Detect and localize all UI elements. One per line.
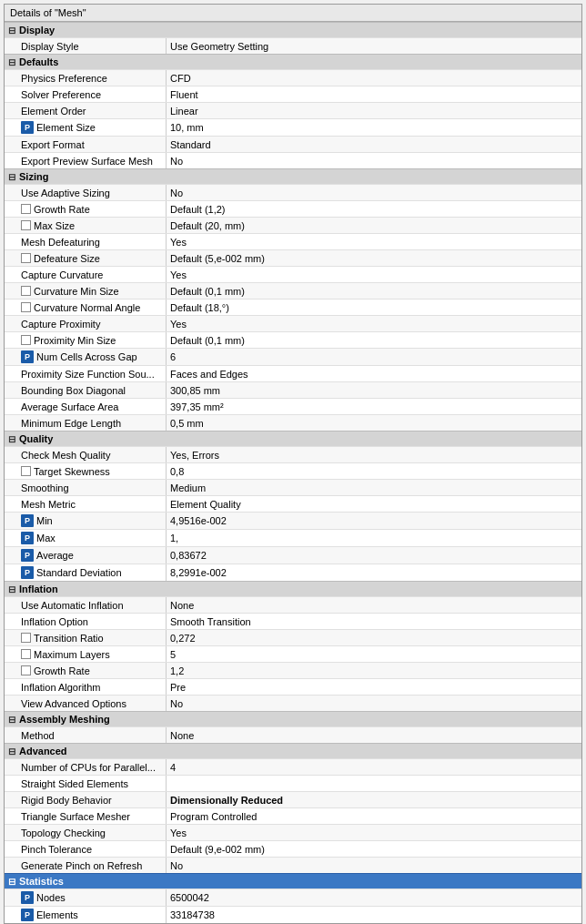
label-pinch-tolerance: Pinch Tolerance [5, 841, 167, 857]
label-topology-checking: Topology Checking [5, 825, 167, 840]
value-min-edge-length: 0,5 mm [167, 415, 581, 431]
value-growth-rate-sizing: Default (1,2) [167, 201, 581, 217]
collapse-advanced-icon[interactable]: ⊟ [8, 746, 15, 756]
row-element-size: P Element Size 10, mm [5, 118, 581, 136]
label-mesh-defeaturing: Mesh Defeaturing [5, 234, 167, 249]
row-display-style: Display Style Use Geometry Setting [5, 37, 581, 54]
label-element-order: Element Order [5, 103, 167, 118]
label-proximity-size-fn: Proximity Size Function Sou... [5, 366, 167, 381]
label-curvature-normal: Curvature Normal Angle [5, 300, 167, 315]
value-max: 1, [167, 530, 581, 546]
value-capture-proximity: Yes [167, 316, 581, 331]
row-mesh-metric: Mesh Metric Element Quality [5, 495, 581, 512]
label-element-size: P Element Size [5, 119, 167, 136]
window-title: Details of "Mesh" [5, 5, 581, 22]
value-min: 4,9516e-002 [167, 513, 581, 529]
collapse-inflation-icon[interactable]: ⊟ [8, 584, 15, 594]
collapse-sizing-icon[interactable]: ⊟ [8, 172, 15, 182]
section-inflation[interactable]: ⊟ Inflation [5, 581, 581, 596]
label-defeature-size: Defeature Size [5, 250, 167, 266]
section-assembly-meshing[interactable]: ⊟ Assembly Meshing [5, 711, 581, 726]
row-view-advanced: View Advanced Options No [5, 695, 581, 711]
row-rigid-body: Rigid Body Behavior Dimensionally Reduce… [5, 791, 581, 807]
label-physics-pref: Physics Preference [5, 70, 167, 86]
row-topology-checking: Topology Checking Yes [5, 824, 581, 840]
section-assembly-label: Assembly Meshing [19, 714, 110, 725]
value-rigid-body: Dimensionally Reduced [167, 792, 581, 807]
collapse-assembly-icon[interactable]: ⊟ [8, 715, 15, 725]
label-rigid-body: Rigid Body Behavior [5, 792, 167, 807]
p-icon-max: P [21, 532, 34, 544]
label-method: Method [5, 727, 167, 743]
checkbox-growth-rate-inflation[interactable] [21, 665, 31, 675]
checkbox-max-size[interactable] [21, 220, 31, 230]
value-inflation-option: Smooth Transition [167, 614, 581, 629]
row-max: P Max 1, [5, 529, 581, 546]
row-avg-surface-area: Average Surface Area 397,35 mm² [5, 398, 581, 414]
checkbox-curvature-min[interactable] [21, 286, 31, 296]
label-bounding-box: Bounding Box Diagonal [5, 382, 167, 398]
label-adaptive-sizing: Use Adaptive Sizing [5, 185, 167, 200]
label-capture-proximity: Capture Proximity [5, 316, 167, 331]
label-check-mesh: Check Mesh Quality [5, 447, 167, 462]
row-min: P Min 4,9516e-002 [5, 512, 581, 529]
collapse-statistics-icon[interactable]: ⊟ [8, 877, 15, 887]
row-proximity-min-size: Proximity Min Size Default (0,1 mm) [5, 331, 581, 348]
p-icon-element-size: P [21, 121, 34, 134]
value-straight-sided [167, 776, 581, 791]
collapse-defaults-icon[interactable]: ⊟ [8, 57, 15, 67]
section-defaults-label: Defaults [19, 56, 58, 67]
row-max-layers: Maximum Layers 5 [5, 645, 581, 662]
row-std-dev: P Standard Deviation 8,2991e-002 [5, 564, 581, 581]
p-icon-nodes: P [21, 891, 34, 904]
label-export-preview: Export Preview Surface Mesh [5, 153, 167, 168]
row-generate-pinch: Generate Pinch on Refresh No [5, 857, 581, 873]
row-defeature-size: Defeature Size Default (5,e-002 mm) [5, 249, 581, 266]
checkbox-transition-ratio[interactable] [21, 633, 31, 643]
row-average: P Average 0,83672 [5, 546, 581, 564]
row-pinch-tolerance: Pinch Tolerance Default (9,e-002 mm) [5, 840, 581, 857]
label-num-cells: P Num Cells Across Gap [5, 349, 167, 365]
row-physics-pref: Physics Preference CFD [5, 69, 581, 86]
value-adaptive-sizing: No [167, 185, 581, 200]
value-num-cpus: 4 [167, 759, 581, 775]
label-elements: P Elements [5, 907, 167, 923]
section-sizing[interactable]: ⊟ Sizing [5, 168, 581, 184]
section-defaults[interactable]: ⊟ Defaults [5, 54, 581, 69]
label-average: P Average [5, 547, 167, 564]
section-statistics[interactable]: ⊟ Statistics [5, 873, 581, 888]
value-max-size: Default (20, mm) [167, 218, 581, 233]
row-auto-inflation: Use Automatic Inflation None [5, 596, 581, 613]
checkbox-max-layers[interactable] [21, 649, 31, 659]
checkbox-defeature-size[interactable] [21, 253, 31, 263]
section-quality-body: Check Mesh Quality Yes, Errors Target Sk… [5, 446, 581, 581]
section-advanced[interactable]: ⊟ Advanced [5, 743, 581, 758]
label-export-format: Export Format [5, 137, 167, 152]
checkbox-target-skewness[interactable] [21, 466, 31, 476]
value-proximity-size-fn: Faces and Edges [167, 366, 581, 381]
value-smoothing: Medium [167, 480, 581, 495]
collapse-display-icon[interactable]: ⊟ [8, 25, 15, 36]
value-element-size: 10, mm [167, 119, 581, 136]
value-num-cells: 6 [167, 349, 581, 365]
row-export-preview: Export Preview Surface Mesh No [5, 152, 581, 168]
row-capture-curvature: Capture Curvature Yes [5, 266, 581, 282]
row-mesh-defeaturing: Mesh Defeaturing Yes [5, 233, 581, 249]
row-smoothing: Smoothing Medium [5, 479, 581, 495]
section-quality[interactable]: ⊟ Quality [5, 431, 581, 446]
details-panel: Details of "Mesh" ⊟ Display Display Styl… [4, 4, 582, 924]
section-sizing-label: Sizing [19, 171, 48, 182]
p-icon-min: P [21, 514, 34, 527]
collapse-quality-icon[interactable]: ⊟ [8, 434, 15, 444]
section-display[interactable]: ⊟ Display [5, 22, 581, 37]
row-num-cpus: Number of CPUs for Parallel... 4 [5, 758, 581, 775]
checkbox-curvature-normal[interactable] [21, 302, 31, 312]
label-target-skewness: Target Skewness [5, 463, 167, 479]
checkbox-proximity-min[interactable] [21, 335, 31, 345]
row-straight-sided: Straight Sided Elements [5, 775, 581, 791]
checkbox-growth-rate[interactable] [21, 204, 31, 214]
label-smoothing: Smoothing [5, 480, 167, 495]
label-nodes: P Nodes [5, 889, 167, 906]
row-nodes: P Nodes 6500042 [5, 888, 581, 906]
value-triangle-mesher: Program Controlled [167, 808, 581, 824]
